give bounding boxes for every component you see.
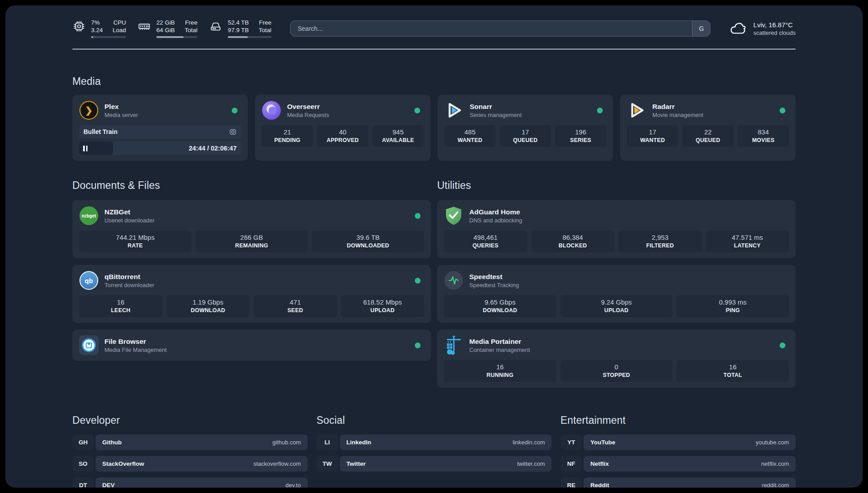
section-title-media: Media: [72, 75, 796, 88]
now-playing-row: Bullet Train: [79, 125, 241, 138]
search-input[interactable]: [291, 21, 693, 36]
stat-download: 9.65 Gbps DOWNLOAD: [444, 295, 556, 317]
app-desc: Torrent downloader: [104, 282, 409, 288]
app-card-nzbget[interactable]: nzbget NZBGet Usenet downloader 744.21 M…: [72, 200, 431, 258]
search-bar: G: [290, 21, 711, 37]
stat-remaining: 266 GB REMAINING: [196, 230, 308, 252]
link-url: reddit.com: [762, 482, 789, 488]
filebrowser-icon: [79, 335, 99, 355]
app-desc: Media File Management: [104, 347, 409, 353]
app-card-qbittorrent[interactable]: qb qBittorrent Torrent downloader 16 LEE…: [72, 265, 431, 323]
app-card-adguard[interactable]: AdGuard Home DNS and adblocking 498,461 …: [437, 200, 796, 258]
link-stackoverflow[interactable]: SO StackOverflow stackoverflow.com: [72, 456, 308, 472]
stat-filtered: 2,953 FILTERED: [618, 230, 702, 252]
link-url: github.com: [272, 439, 301, 446]
link-tag: SO: [72, 456, 94, 472]
link-name: LinkedIn: [346, 439, 371, 446]
stat-series: 196 SERIES: [555, 125, 606, 147]
disk-total-label: Total: [259, 26, 271, 34]
app-card-radarr[interactable]: Radarr Movie management 17 WANTED 22 QUE…: [620, 95, 796, 161]
ram-free: 22 GiB: [156, 19, 175, 26]
stat-running: 16 RUNNING: [444, 360, 556, 382]
app-desc: Container management: [469, 347, 774, 353]
cpu-progress-bar: [91, 36, 126, 38]
app-name: NZBGet: [104, 208, 409, 216]
app-desc: Series management: [470, 112, 591, 118]
app-name: Sonarr: [470, 103, 591, 111]
stat-ping: 0.993 ms PING: [676, 295, 789, 317]
status-dot: [414, 108, 420, 113]
search-engine-button[interactable]: G: [692, 21, 710, 36]
app-desc: Usenet downloader: [104, 217, 409, 224]
disk-icon: [209, 20, 222, 33]
radarr-icon: [627, 100, 647, 120]
cpu-percent: 7%: [91, 19, 103, 26]
ram-icon: [138, 20, 151, 33]
stat-queued: 17 QUEUED: [500, 125, 551, 147]
weather-widget: Lviv, 16.87°C scattered clouds: [729, 21, 796, 36]
link-netflix[interactable]: NF Netflix netflix.com: [560, 456, 796, 472]
app-name: Overseerr: [287, 103, 409, 111]
link-url: linkedin.com: [513, 439, 545, 446]
system-stats: 7% 3.24 CPU Load: [72, 19, 271, 38]
stat-leech: 16 LEECH: [79, 295, 163, 317]
stat-queued: 22 QUEUED: [682, 125, 734, 147]
app-name: Radarr: [652, 103, 774, 111]
social-section: Social LI LinkedIn linkedin.com TW Twitt…: [317, 414, 552, 472]
app-name: Speedtest: [469, 273, 789, 281]
stat-seed: 471 SEED: [254, 295, 337, 317]
cpu-label: CPU: [113, 19, 126, 26]
link-linkedin[interactable]: LI LinkedIn linkedin.com: [317, 435, 552, 450]
top-bar: 7% 3.24 CPU Load: [72, 5, 796, 38]
weather-location-temp: Lviv, 16.87°C: [753, 21, 796, 29]
stat-upload: 618.52 Mbps UPLOAD: [341, 295, 425, 317]
link-tag: TW: [317, 456, 338, 472]
playback-time: 24:44 / 02:06:47: [189, 145, 237, 152]
section-title-developer: Developer: [72, 414, 308, 426]
app-card-sonarr[interactable]: Sonarr Series management 485 WANTED 17 Q…: [438, 95, 613, 161]
app-card-portainer[interactable]: Media Portainer Container management 16 …: [437, 330, 796, 388]
stat-download: 1.19 Gbps DOWNLOAD: [167, 295, 250, 317]
stat-wanted: 17 WANTED: [627, 125, 678, 147]
section-title-documents: Documents & Files: [72, 180, 431, 192]
developer-section: Developer GH Github github.com SO StackO…: [72, 414, 308, 488]
status-dot: [780, 108, 785, 113]
app-desc: Media server: [104, 112, 226, 118]
stat-latency: 47.571 ms LATENCY: [706, 230, 789, 252]
stat-available: 945 AVAILABLE: [372, 125, 424, 147]
link-github[interactable]: GH Github github.com: [72, 435, 308, 450]
ram-free-label: Free: [185, 19, 198, 26]
link-name: Github: [102, 439, 122, 446]
link-name: Reddit: [590, 482, 609, 488]
stat-stopped: 0 STOPPED: [560, 360, 673, 382]
utilities-column: Utilities AdGuard Home DNS and adblockin…: [437, 180, 796, 388]
adguard-icon: [444, 206, 463, 226]
ram-total-label: Total: [185, 26, 198, 34]
disk-progress-bar: [228, 36, 271, 38]
disk-free-label: Free: [259, 19, 271, 26]
link-youtube[interactable]: YT YouTube youtube.com: [560, 435, 796, 450]
link-name: DEV: [102, 482, 115, 488]
link-dev[interactable]: DT DEV dev.to: [72, 477, 308, 488]
link-name: YouTube: [590, 439, 615, 446]
link-twitter[interactable]: TW Twitter twitter.com: [317, 456, 552, 472]
app-card-filebrowser[interactable]: File Browser Media File Management: [72, 330, 431, 361]
link-reddit[interactable]: RE Reddit reddit.com: [560, 477, 796, 488]
stat-approved: 40 APPROVED: [317, 125, 368, 147]
app-card-speedtest[interactable]: Speedtest Speedtest Tracking 9.65 Gbps D…: [437, 265, 796, 323]
app-card-plex[interactable]: ❯ Plex Media server Bullet Train 24:44: [72, 95, 248, 161]
stat-rate: 744.21 Mbps RATE: [79, 230, 192, 252]
app-name: AdGuard Home: [469, 208, 789, 216]
link-tag: LI: [317, 435, 338, 450]
pause-button[interactable]: [83, 142, 88, 155]
status-dot: [415, 278, 421, 284]
app-card-overseerr[interactable]: Overseerr Media Requests 21 PENDING 40 A…: [255, 95, 430, 161]
header-divider: [72, 49, 796, 50]
link-name: Netflix: [590, 460, 609, 467]
cpu-load-avg: 3.24: [91, 26, 103, 34]
search-engine-label: G: [699, 25, 704, 32]
section-title-entertainment: Entertainment: [560, 414, 796, 426]
section-title-utilities: Utilities: [437, 180, 796, 192]
camera-icon[interactable]: [229, 128, 237, 136]
media-grid: ❯ Plex Media server Bullet Train 24:44: [72, 95, 796, 161]
